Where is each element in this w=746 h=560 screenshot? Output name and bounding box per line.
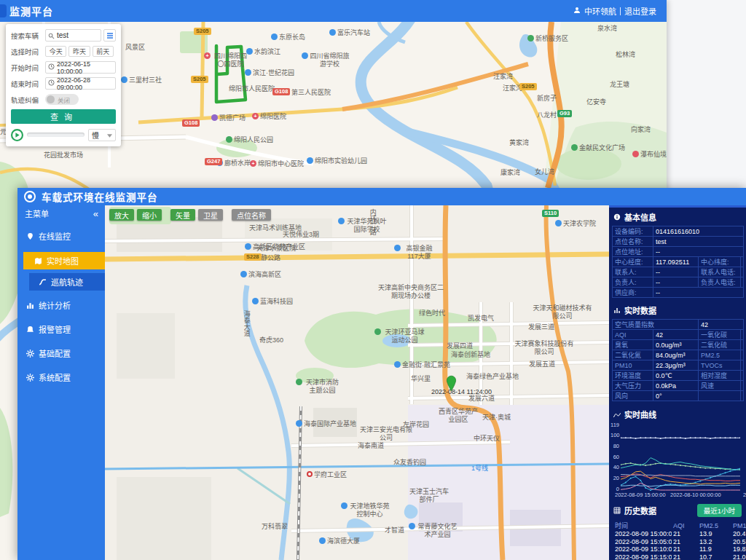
user-icon bbox=[573, 7, 581, 15]
sidebar-item-system-config[interactable]: 系统配置 bbox=[17, 368, 105, 387]
logout-link[interactable]: 退出登录 bbox=[624, 5, 656, 17]
blue-poi-icon bbox=[319, 537, 326, 544]
map-label: 海泰创新基地 bbox=[451, 351, 490, 359]
sidebar-item-realtime-map[interactable]: 实时地图 bbox=[23, 252, 105, 269]
map-label: 八龙村 bbox=[537, 111, 557, 119]
map-label: 泉水湾 bbox=[597, 25, 617, 33]
sidebar-item-label: 报警管理 bbox=[39, 323, 71, 335]
map-label: 常青藤文化艺术产业园 bbox=[409, 523, 458, 539]
start-time-input[interactable]: 2022-06-15 10:00:00 bbox=[45, 61, 116, 74]
search-icon bbox=[48, 29, 55, 42]
map-label: 富乐汽车站 bbox=[329, 29, 370, 37]
realtime-map[interactable]: 放大缩小矢量卫星点位名称 2022-08-14 11:24:00 天津马术训练基… bbox=[105, 205, 609, 560]
map-label: 黄家湾 bbox=[509, 139, 529, 147]
grid-icon bbox=[613, 507, 621, 514]
vehicle-search-value: test bbox=[57, 31, 68, 39]
hospital-poi-icon: + bbox=[250, 160, 256, 167]
map-label: 汪家湾 bbox=[493, 73, 513, 81]
bg-window-title: 监测平台 bbox=[9, 4, 53, 18]
user-menu[interactable]: 中环领航 退出登录 bbox=[573, 5, 656, 17]
sidebar-item-base-config[interactable]: 基础配置 bbox=[17, 344, 105, 363]
playback-progress-slider[interactable] bbox=[27, 133, 85, 137]
chart-series-series-3 bbox=[621, 458, 740, 470]
map-label: 风景区 bbox=[125, 44, 145, 52]
satellite-button[interactable]: 卫星 bbox=[198, 209, 223, 221]
blue-poi-icon bbox=[245, 243, 251, 250]
sidebar-item-label: 统计分析 bbox=[39, 299, 71, 311]
table-row: 供应商:-- bbox=[613, 288, 744, 298]
chart-series-series-8 bbox=[621, 483, 740, 490]
map-label: 绵阳市实验幼儿园 bbox=[307, 157, 367, 165]
speed-select[interactable]: 慢 bbox=[88, 129, 116, 141]
vehicle-search-label: 搜索车辆 bbox=[11, 31, 45, 41]
map-label: 发展五道 bbox=[529, 360, 555, 368]
map-label: 天津市消防主题公园 bbox=[296, 379, 341, 395]
map-label: +绵阳市中心医院 bbox=[250, 160, 304, 168]
map-label: 天津天和磁材技术有限公司 bbox=[533, 304, 592, 320]
time-quick-button[interactable]: 今天 bbox=[45, 46, 66, 57]
map-label: 高银金融117大厦 bbox=[394, 245, 436, 261]
map-label: 滨海高新区 bbox=[240, 271, 281, 279]
bg-window-header: 监测平台 中环领航 退出登录 bbox=[0, 0, 667, 22]
bars-icon bbox=[26, 301, 34, 309]
map-label: 华兴里 bbox=[411, 375, 431, 383]
map-label: 松林湾 bbox=[616, 51, 635, 59]
time-quick-button[interactable]: 前天 bbox=[93, 46, 114, 57]
map-label: 绿色时代 bbox=[419, 309, 445, 318]
school-poi-icon bbox=[555, 220, 562, 226]
map-label: 海泰绿色产业基地 bbox=[466, 373, 519, 381]
park-poi-icon bbox=[571, 144, 578, 151]
map-label: 东原长岛 bbox=[271, 33, 305, 42]
table-row: 臭氧0.0ug/m³二氧化硫 bbox=[613, 340, 744, 350]
collapse-sidebar-icon[interactable]: « bbox=[93, 208, 98, 219]
history-section-header: 历史数据 最近1小时 bbox=[609, 500, 746, 519]
end-time-input[interactable]: 2022-06-28 09:00:00 bbox=[45, 77, 116, 90]
table-row: 设备编码:014161616010 bbox=[613, 226, 744, 237]
history-title: 历史数据 bbox=[624, 505, 656, 516]
fg-window-header: 车载式环境在线监测平台 bbox=[17, 188, 746, 205]
blue-poi-icon bbox=[394, 361, 401, 368]
park-poi-icon bbox=[226, 136, 232, 143]
line-chart-icon bbox=[613, 411, 621, 418]
point-names-button[interactable]: 点位名称 bbox=[232, 209, 271, 221]
sidebar-item-cruise-track[interactable]: 巡航轨迹 bbox=[29, 273, 105, 291]
purple-poi-icon bbox=[211, 114, 218, 121]
map-label: 三里村三社 bbox=[121, 76, 162, 84]
map-label: 女儿湾 bbox=[535, 168, 554, 176]
map-label: 西青区华苑产业园区 bbox=[436, 408, 481, 424]
map-label: +四川绵阳四〇四医院 bbox=[204, 52, 249, 68]
map-label: 海泰国际产业基地 bbox=[296, 420, 356, 428]
last-hour-button[interactable]: 最近1小时 bbox=[697, 504, 742, 517]
track-correction-toggle[interactable]: 关闭 bbox=[45, 94, 79, 105]
history-data-table: 时间AQIPM2.5PM102022-08-09 15:00:002113.92… bbox=[613, 521, 746, 560]
map-label: 凯德广场 bbox=[211, 114, 246, 122]
sidebar-item-alarm-manage[interactable]: 报警管理 bbox=[17, 320, 105, 339]
track-correction-label: 轨迹纠偏 bbox=[11, 95, 45, 105]
road-badge: S205 bbox=[519, 83, 537, 90]
blue-poi-icon bbox=[121, 76, 127, 83]
vehicle-list-button[interactable] bbox=[103, 29, 116, 42]
query-button[interactable]: 查询 bbox=[11, 109, 116, 124]
map-label: 花园批发市场 bbox=[44, 151, 83, 159]
sidebar-item-online-monitor[interactable]: 在线监控 bbox=[17, 226, 105, 245]
map-label: 1号线 bbox=[471, 465, 488, 473]
zoom-out-button[interactable]: 缩小 bbox=[137, 209, 162, 221]
play-button[interactable] bbox=[11, 129, 23, 141]
search-panel: 搜索车辆 test 选择时间 今天昨天前天 开始时间 2022-06-15 10… bbox=[6, 24, 121, 146]
end-time-label: 结束时间 bbox=[11, 79, 45, 89]
table-row: 中心经度:117.092511中心纬度: bbox=[613, 257, 744, 267]
sidebar-item-stats-analysis[interactable]: 统计分析 bbox=[17, 296, 105, 315]
chart-x-tick: 2022- bbox=[743, 492, 746, 498]
map-toolbar: 放大缩小矢量卫星点位名称 bbox=[109, 209, 274, 221]
vehicle-search-input[interactable]: test bbox=[45, 29, 101, 42]
zoom-in-button[interactable]: 放大 bbox=[109, 209, 134, 221]
vector-button[interactable]: 矢量 bbox=[170, 209, 195, 221]
blue-poi-icon bbox=[296, 420, 302, 427]
map-label: 新房子 bbox=[537, 95, 557, 103]
map-label: 瀑布仙境 bbox=[632, 151, 667, 159]
chart-y-tick: 40 bbox=[610, 464, 619, 470]
time-quick-button[interactable]: 昨天 bbox=[68, 46, 90, 57]
vehicle-marker-pin[interactable] bbox=[446, 375, 457, 395]
sidebar: 主菜单 « 在线监控实时地图巡航轨迹统计分析报警管理基础配置系统配置 bbox=[17, 205, 105, 560]
table-row: 2022-08-09 15:15:002110.721.0 bbox=[613, 553, 746, 560]
